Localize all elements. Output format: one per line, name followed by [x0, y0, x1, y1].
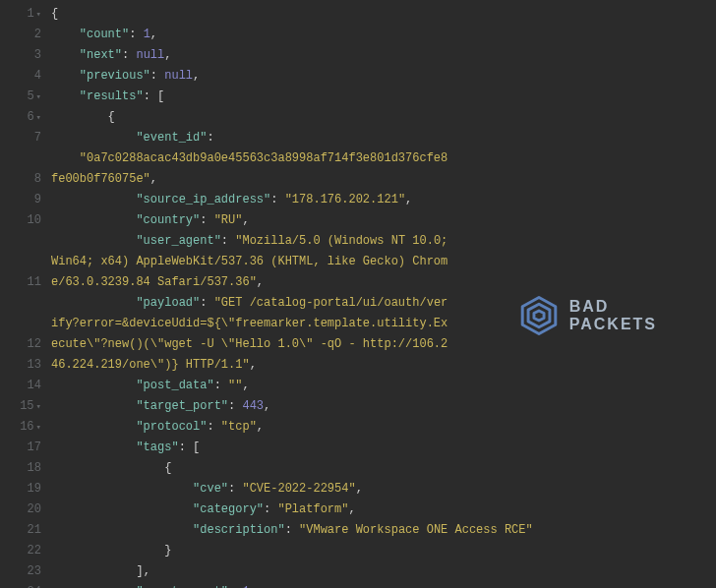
json-key: "post_data"	[136, 379, 213, 392]
line-number: 20	[28, 502, 41, 516]
line-number: 17	[28, 441, 41, 454]
json-key: "country"	[136, 213, 200, 227]
logo-line2: PACKETS	[569, 316, 657, 333]
bad-packets-logo: BAD PACKETS	[518, 295, 657, 336]
json-key: "previous"	[80, 69, 150, 83]
json-key: "event_id"	[136, 131, 207, 145]
json-string: ""	[228, 379, 242, 392]
line-number: 18	[28, 461, 41, 475]
line-number: 21	[28, 523, 41, 537]
code-editor: 1▾ 2 3 4 5▾ 6▾ 7 8 9 10 11 12 13 14 15▾ …	[0, 0, 716, 588]
json-string: "0a7c0288acac43db9a0e45563c3a8998af714f3…	[51, 151, 448, 186]
json-string: "tcp"	[221, 420, 257, 434]
line-number: 15	[20, 399, 33, 413]
bracket: ]	[136, 564, 143, 578]
json-key: "category"	[193, 502, 264, 516]
json-key: "tags"	[136, 441, 178, 454]
json-key: "count"	[80, 28, 129, 41]
line-number: 7	[34, 131, 41, 145]
logo-text: BAD PACKETS	[569, 298, 657, 332]
brace: {	[108, 110, 115, 124]
svg-marker-1	[528, 304, 550, 327]
json-null: null	[164, 69, 193, 83]
json-key: "description"	[193, 523, 285, 537]
bracket: [	[193, 441, 200, 454]
line-number-gutter: 1▾ 2 3 4 5▾ 6▾ 7 8 9 10 11 12 13 14 15▾ …	[0, 4, 51, 588]
json-key: "target_port"	[136, 399, 228, 413]
fold-arrow-icon[interactable]: ▾	[36, 108, 41, 129]
line-number: 5	[27, 89, 33, 103]
brace: {	[51, 7, 58, 21]
json-key: "source_ip_address"	[136, 193, 270, 206]
json-null: null	[136, 48, 164, 62]
fold-arrow-icon[interactable]: ▾	[36, 418, 41, 439]
line-number: 12	[28, 337, 41, 351]
line-number: 11	[28, 275, 41, 289]
line-number: 4	[34, 69, 41, 83]
json-string: "Platform"	[277, 502, 348, 516]
json-key: "results"	[80, 89, 144, 103]
bracket: [	[157, 89, 164, 103]
brace: {	[164, 461, 171, 475]
json-key: "next"	[80, 48, 122, 62]
line-number: 1	[27, 7, 33, 21]
line-number: 14	[28, 379, 41, 392]
json-key: "payload"	[136, 296, 200, 310]
json-key: "protocol"	[136, 420, 207, 434]
fold-arrow-icon[interactable]: ▾	[36, 88, 41, 108]
json-string: "CVE-2022-22954"	[242, 482, 355, 496]
json-string: "178.176.202.121"	[285, 193, 405, 206]
hexagon-icon	[518, 295, 560, 336]
line-number: 16	[20, 420, 33, 434]
fold-arrow-icon[interactable]: ▾	[36, 397, 41, 418]
fold-arrow-icon[interactable]: ▾	[36, 5, 41, 26]
line-number: 23	[28, 564, 41, 578]
json-number: 1	[144, 28, 150, 41]
line-number: 22	[28, 544, 41, 558]
json-string: "VMware Workspace ONE Access RCE"	[299, 523, 533, 537]
line-number: 6	[27, 110, 33, 124]
line-number: 19	[28, 482, 41, 496]
brace: }	[164, 544, 171, 558]
json-string: "Mozilla/5.0 (Windows NT 10.0; Win64; x6…	[51, 234, 455, 289]
json-string: "RU"	[214, 213, 243, 227]
json-key: "user_agent"	[136, 234, 220, 248]
json-key: "cve"	[193, 482, 228, 496]
logo-line1: BAD	[569, 298, 657, 316]
line-number: 8	[34, 172, 41, 186]
line-number: 3	[34, 48, 41, 62]
json-number: 443	[242, 399, 264, 413]
line-number: 13	[28, 358, 41, 372]
line-number: 10	[28, 213, 41, 227]
line-number: 2	[34, 28, 41, 41]
line-number: 9	[34, 193, 41, 206]
svg-marker-2	[534, 311, 544, 321]
